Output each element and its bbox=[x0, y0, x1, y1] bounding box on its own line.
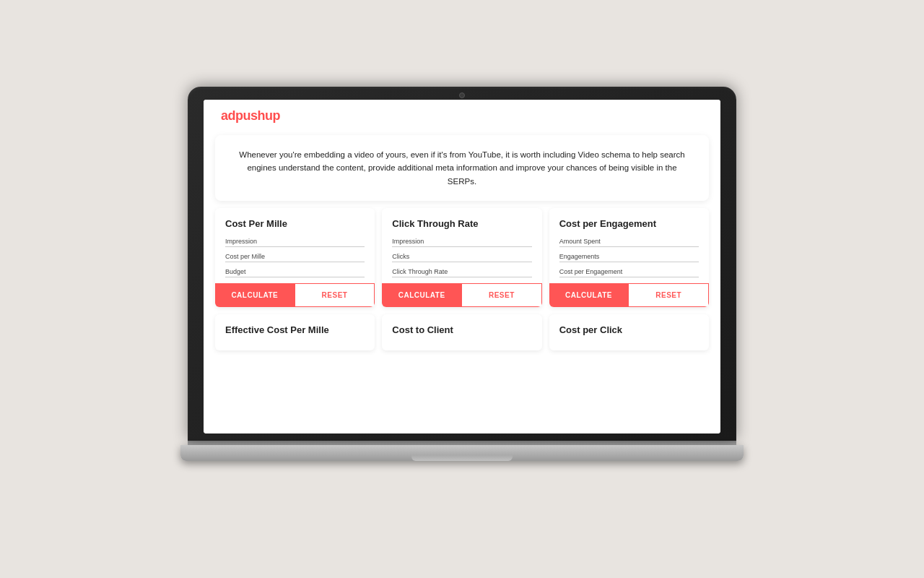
field-line-3 bbox=[225, 277, 365, 277]
field-label-engagements: Engagements bbox=[559, 253, 699, 260]
laptop-base bbox=[180, 445, 744, 461]
card-title-ctc: Cost to Client bbox=[392, 324, 531, 335]
field-label-cpe: Cost per Engagement bbox=[559, 268, 699, 275]
field-line-9 bbox=[559, 277, 699, 277]
field-label-cost-per-mille: Cost per Mille bbox=[225, 253, 365, 260]
calculate-button-3[interactable]: CALCULATE bbox=[549, 283, 629, 307]
field-line-4 bbox=[392, 246, 531, 247]
laptop-camera bbox=[459, 92, 465, 98]
logo-text[interactable]: adpushup bbox=[221, 108, 280, 123]
field-cpe: Cost per Engagement bbox=[559, 268, 699, 277]
card-buttons-1: CALCULATE RESET bbox=[215, 283, 375, 307]
card-title-cpe: Cost per Engagement bbox=[559, 218, 699, 229]
field-clicks: Clicks bbox=[392, 253, 531, 262]
screen-content: adpushup Whenever you're embedding a vid… bbox=[204, 100, 720, 434]
field-ctr: Click Through Rate bbox=[392, 268, 531, 277]
card-title-ctr: Click Through Rate bbox=[392, 218, 531, 229]
card-buttons-2: CALCULATE RESET bbox=[382, 283, 541, 307]
field-line-8 bbox=[559, 262, 699, 262]
logo-bar: adpushup bbox=[204, 100, 720, 129]
card-title-cost-per-mille: Cost Per Mille bbox=[225, 218, 365, 229]
field-label-ctr: Click Through Rate bbox=[392, 268, 531, 275]
field-label-clicks: Clicks bbox=[392, 253, 531, 260]
field-line-2 bbox=[225, 262, 365, 262]
card-buttons-3: CALCULATE RESET bbox=[549, 283, 709, 307]
card-click-through-rate: Click Through Rate Impression Clicks Cli… bbox=[382, 208, 541, 307]
card-cost-to-client: Cost to Client bbox=[382, 314, 541, 350]
reset-button-3[interactable]: RESET bbox=[628, 283, 709, 307]
banner-text: Whenever you're embedding a video of you… bbox=[237, 148, 687, 188]
card-cost-per-mille: Cost Per Mille Impression Cost per Mille… bbox=[215, 208, 375, 307]
calculate-button-1[interactable]: CALCULATE bbox=[215, 283, 295, 307]
field-budget: Budget bbox=[225, 268, 365, 277]
card-title-ecpm: Effective Cost Per Mille bbox=[225, 324, 365, 335]
reset-button-1[interactable]: RESET bbox=[295, 283, 375, 307]
field-engagements: Engagements bbox=[559, 253, 699, 262]
card-cost-per-click: Cost per Click bbox=[549, 314, 709, 350]
field-amount-spent: Amount Spent bbox=[559, 238, 699, 247]
field-label-amount-spent: Amount Spent bbox=[559, 238, 699, 245]
field-line-1 bbox=[225, 246, 365, 247]
field-line-5 bbox=[392, 262, 531, 262]
laptop: adpushup Whenever you're embedding a vid… bbox=[188, 87, 736, 491]
laptop-screen: adpushup Whenever you're embedding a vid… bbox=[204, 100, 720, 434]
field-line-7 bbox=[559, 246, 699, 247]
field-cost-per-mille: Cost per Mille bbox=[225, 253, 365, 262]
field-line-6 bbox=[392, 277, 531, 277]
card-ecpm: Effective Cost Per Mille bbox=[215, 314, 375, 350]
field-impression-1: Impression bbox=[225, 238, 365, 247]
info-banner: Whenever you're embedding a video of you… bbox=[215, 135, 709, 201]
field-label-impression-1: Impression bbox=[225, 238, 365, 245]
field-label-budget: Budget bbox=[225, 268, 365, 275]
card-cost-per-engagement: Cost per Engagement Amount Spent Engagem… bbox=[549, 208, 709, 307]
field-label-impression-2: Impression bbox=[392, 238, 531, 245]
card-title-cpc: Cost per Click bbox=[559, 324, 699, 335]
field-impression-2: Impression bbox=[392, 238, 531, 247]
calculate-button-2[interactable]: CALCULATE bbox=[382, 283, 461, 307]
cards-grid-row2: Effective Cost Per Mille Cost to Client … bbox=[204, 307, 720, 350]
reset-button-2[interactable]: RESET bbox=[461, 283, 542, 307]
cards-grid: Cost Per Mille Impression Cost per Mille… bbox=[204, 208, 720, 307]
laptop-screen-shell: adpushup Whenever you're embedding a vid… bbox=[188, 87, 736, 441]
